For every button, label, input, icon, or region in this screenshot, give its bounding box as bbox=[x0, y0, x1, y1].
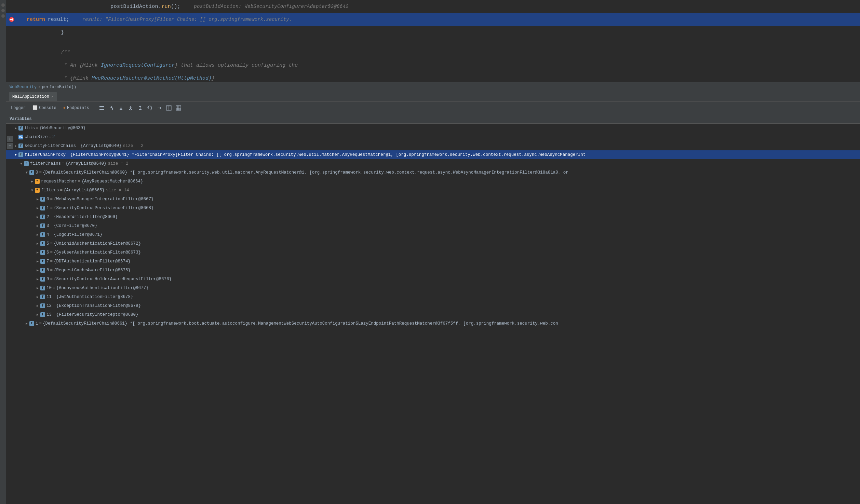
icon-field-filter11: f bbox=[40, 295, 45, 299]
var-row-filter12[interactable]: ▶ f 12 = {ExceptionTranslationFilter@867… bbox=[6, 301, 860, 310]
evaluate-icon bbox=[157, 105, 162, 111]
var-row-filter4[interactable]: ▶ f 4 = {LogoutFilter@8671} bbox=[6, 230, 860, 239]
tab-mall-label: MallApplication bbox=[12, 94, 49, 99]
var-row-chain0[interactable]: ▼ f 0 = {DefaultSecurityFilterChain@8660… bbox=[6, 168, 860, 177]
variables-header: Variables bbox=[6, 114, 860, 124]
console-tab-label: Console bbox=[39, 106, 56, 110]
expand-filter1[interactable]: ▶ bbox=[35, 205, 40, 211]
expand-filter10[interactable]: ▶ bbox=[35, 285, 40, 291]
expand-securityfilterchains[interactable]: ▶ bbox=[13, 143, 18, 149]
icon-field-filter1: f bbox=[40, 206, 45, 210]
tab-mall-application[interactable]: MallApplication ✕ bbox=[9, 92, 57, 101]
expand-filter4[interactable]: ▶ bbox=[35, 232, 40, 237]
line1-method: postBuildAction bbox=[110, 4, 158, 10]
step-out-icon bbox=[137, 105, 143, 111]
variables-title: Variables bbox=[10, 117, 32, 121]
expand-filterchainproxy[interactable]: ▼ bbox=[13, 152, 18, 158]
icon-field-filter8: f bbox=[40, 268, 45, 273]
svg-rect-5 bbox=[139, 109, 142, 110]
toolbar-sep-1 bbox=[95, 105, 95, 111]
var-row-securityfilterchains[interactable]: ▶ f securityFilterChains = {ArrayList@86… bbox=[6, 141, 860, 150]
expand-filter12[interactable]: ▶ bbox=[35, 303, 40, 309]
var-row-filters[interactable]: ▼ f filters = {ArrayList@8665} size = 14 bbox=[6, 186, 860, 195]
var-row-filter3[interactable]: ▶ f 3 = {CorsFilter@8670} bbox=[6, 221, 860, 230]
toolbar-btn-run-to-cursor[interactable] bbox=[146, 104, 154, 112]
toolbar-btn-step-into[interactable] bbox=[117, 104, 125, 112]
toolbar-btn-step-over[interactable] bbox=[107, 104, 116, 112]
remove-variable-btn[interactable]: − bbox=[7, 143, 13, 149]
expand-requestmatcher[interactable]: ▶ bbox=[29, 179, 35, 184]
debugger-tab-logger[interactable]: Logger bbox=[8, 104, 28, 112]
toolbar-btn-hex[interactable] bbox=[174, 104, 183, 112]
hex-icon bbox=[176, 105, 181, 111]
var-row-filter6[interactable]: ▶ f 6 = {SysUserAuthenticationFilter@867… bbox=[6, 248, 860, 257]
var-row-filterchainproxy[interactable]: ▼ f filterChainProxy = {FilterChainProxy… bbox=[6, 150, 860, 159]
toolbar-btn-force-step-into[interactable] bbox=[126, 104, 135, 112]
toolbar-btn-step-out[interactable] bbox=[136, 104, 144, 112]
breadcrumb-method: performBuild() bbox=[42, 85, 76, 90]
icon-field-sfc: f bbox=[18, 144, 23, 148]
expand-filter8[interactable]: ▶ bbox=[35, 268, 40, 273]
svg-rect-1 bbox=[99, 106, 104, 107]
expand-filter7[interactable]: ▶ bbox=[35, 259, 40, 264]
table-icon bbox=[166, 105, 172, 111]
var-row-filter1[interactable]: ▶ f 1 = {SecurityContextPersistenceFilte… bbox=[6, 204, 860, 213]
var-row-filter0[interactable]: ▶ f 0 = {WebAsyncManagerIntegrationFilte… bbox=[6, 195, 860, 204]
code-line-5: /** bbox=[6, 46, 860, 59]
error-icon bbox=[10, 18, 13, 21]
error-dot bbox=[9, 17, 14, 22]
icon-obj-requestmatcher: f bbox=[35, 179, 40, 184]
debugger-tab-endpoints[interactable]: ◈ Endpoints bbox=[61, 104, 92, 112]
expand-filterchains[interactable]: ▼ bbox=[18, 161, 24, 166]
breadcrumb-sep: › bbox=[38, 85, 40, 90]
icon-field-filter4: f bbox=[40, 232, 45, 237]
var-row-filter10[interactable]: ▶ f 10 = {AnonymousAuthenticationFilter@… bbox=[6, 284, 860, 292]
add-variable-btn[interactable]: + bbox=[7, 136, 13, 142]
add-remove-buttons: + − bbox=[7, 136, 13, 149]
icon-obj-filters: f bbox=[35, 188, 40, 193]
expand-filter6[interactable]: ▶ bbox=[35, 250, 40, 255]
expand-chain1[interactable]: ▶ bbox=[24, 321, 29, 326]
var-row-filter13[interactable]: ▶ f 13 = {FilterSecurityInterceptor@8680… bbox=[6, 310, 860, 319]
icon-field-filter5: f bbox=[40, 241, 45, 246]
icon-field-chain0: f bbox=[29, 170, 34, 175]
var-row-filter7[interactable]: ▶ f 7 = {DDTAuthenticationFilter@8674} bbox=[6, 257, 860, 266]
var-row-filter11[interactable]: ▶ f 11 = {JwtAuthenticationFilter@8678} bbox=[6, 292, 860, 301]
expand-filter2[interactable]: ▶ bbox=[35, 214, 40, 220]
sidebar-dot-1 bbox=[1, 3, 5, 7]
icon-field-fc: f bbox=[24, 161, 29, 166]
run-to-cursor-icon bbox=[147, 105, 152, 111]
expand-filters[interactable]: ▼ bbox=[29, 188, 35, 193]
code-line-2: return result; result: "FilterChainProxy… bbox=[6, 13, 860, 26]
var-row-filter8[interactable]: ▶ f 8 = {RequestCacheAwareFilter@8675} bbox=[6, 266, 860, 275]
icon-field-fcp: f bbox=[18, 152, 23, 157]
var-row-filter5[interactable]: ▶ f 5 = {UnionidAuthenticationFilter@867… bbox=[6, 239, 860, 248]
step-over-icon bbox=[109, 105, 114, 111]
icon-field-chain1: f bbox=[29, 321, 34, 326]
line2-code: return result; result: "FilterChainProxy… bbox=[17, 17, 292, 23]
debugger-toolbar: Logger ⬜ Console ◈ Endpoints bbox=[6, 102, 860, 114]
var-row-requestmatcher[interactable]: ▶ f requestMatcher = {AnyRequestMatcher@… bbox=[6, 177, 860, 186]
toolbar-btn-frames[interactable] bbox=[98, 104, 106, 112]
var-row-filterchains[interactable]: ▼ f filterChains = {ArrayList@8640} size… bbox=[6, 159, 860, 168]
expand-filter9[interactable]: ▶ bbox=[35, 276, 40, 282]
var-row-filter9[interactable]: ▶ f 9 = {SecurityContextHolderAwareReque… bbox=[6, 275, 860, 284]
var-row-filter2[interactable]: ▶ f 2 = {HeaderWriterFilter@8669} bbox=[6, 213, 860, 221]
expand-filter0[interactable]: ▶ bbox=[35, 196, 40, 202]
svg-rect-2 bbox=[99, 108, 104, 108]
expand-filter13[interactable]: ▶ bbox=[35, 312, 40, 317]
expand-filter3[interactable]: ▶ bbox=[35, 223, 40, 229]
step-into-icon bbox=[118, 105, 124, 111]
toolbar-btn-table[interactable] bbox=[165, 104, 173, 112]
debugger-tab-console[interactable]: ⬜ Console bbox=[30, 104, 59, 112]
expand-filter11[interactable]: ▶ bbox=[35, 294, 40, 300]
var-row-chain1[interactable]: ▶ f 1 = {DefaultSecurityFilterChain@8661… bbox=[6, 319, 860, 328]
tab-close-btn[interactable]: ✕ bbox=[51, 94, 54, 99]
expand-chain0[interactable]: ▼ bbox=[24, 170, 29, 175]
var-row-this[interactable]: ▶ f this = {WebSecurity@8639} bbox=[6, 124, 860, 133]
var-row-chainsize[interactable]: oi chainSize = 2 bbox=[6, 133, 860, 141]
toolbar-btn-evaluate[interactable] bbox=[155, 104, 163, 112]
expand-this[interactable]: ▶ bbox=[13, 125, 18, 131]
left-sidebar bbox=[0, 0, 6, 504]
expand-filter5[interactable]: ▶ bbox=[35, 241, 40, 246]
